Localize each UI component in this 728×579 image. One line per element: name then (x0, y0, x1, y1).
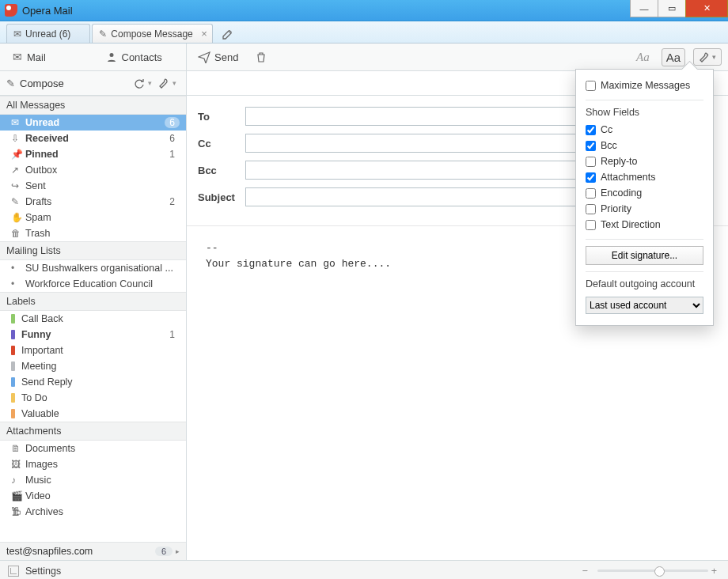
sidebar-item-video[interactable]: 🎬Video (0, 488, 186, 504)
sidebar-item-images[interactable]: 🖼Images (0, 456, 186, 472)
sidebar-item-meeting[interactable]: Meeting (0, 358, 186, 374)
maximize-messages-option[interactable]: Maximize Messages (586, 78, 703, 93)
checkbox-cc[interactable] (586, 125, 596, 135)
font-style-sans-button[interactable]: Aa (662, 48, 685, 66)
checkbox-bcc[interactable] (586, 141, 596, 151)
compose-content: To Cc Bcc Subject -- Your signature can … (187, 96, 728, 560)
refresh-button[interactable] (131, 78, 155, 89)
show-field-attachments[interactable]: Attachments (586, 169, 703, 185)
sidebar-item-valuable[interactable]: Valuable (0, 406, 186, 422)
maximize-checkbox[interactable] (586, 81, 596, 91)
tab-compose[interactable]: ✎ Compose Message × (92, 24, 212, 43)
tools-button[interactable] (155, 78, 180, 89)
item-label: Workforce Education Council (25, 278, 180, 290)
option-label: Attachments (601, 172, 655, 183)
item-label: Send Reply (21, 377, 180, 388)
subject-label: Subject (198, 191, 245, 203)
sidebar-item-trash[interactable]: 🗑Trash (0, 225, 186, 241)
item-icon: • (11, 263, 25, 274)
svg-point-0 (109, 53, 113, 57)
panel-toggle-icon[interactable] (8, 566, 19, 577)
chevron-right-icon: ▸ (176, 547, 180, 555)
compose-icon: ✎ (99, 28, 107, 40)
checkbox-textdir[interactable] (586, 220, 596, 230)
compose-options-button[interactable]: ▾ (693, 48, 722, 66)
sidebar-item-to-do[interactable]: To Do (0, 390, 186, 406)
checkbox-priority[interactable] (586, 204, 596, 214)
tab-unread[interactable]: ✉ Unread (6) (6, 24, 90, 43)
sidebar-item-outbox[interactable]: ↗Outbox (0, 162, 186, 178)
item-label: Documents (25, 443, 180, 454)
zoom-out-button[interactable]: − (578, 566, 590, 577)
sidebar-item-su-bushwalkers-organisational-[interactable]: •SU Bushwalkers organisational ... (0, 260, 186, 276)
item-label: Spam (25, 212, 180, 223)
edit-signature-button[interactable]: Edit signature... (586, 246, 703, 265)
settings-link[interactable]: Settings (25, 566, 61, 577)
sidebar-compose-bar: ✎ Compose (0, 71, 187, 95)
sidebar-item-sent[interactable]: ↪Sent (0, 178, 186, 194)
show-field-replyto[interactable]: Reply-to (586, 153, 703, 169)
sidebar-item-pinned[interactable]: 📌Pinned1 (0, 146, 186, 162)
account-row[interactable]: test@snapfiles.com 6 ▸ (0, 542, 186, 560)
sidebar-item-archives[interactable]: 🗜Archives (0, 504, 186, 520)
cc-input[interactable] (245, 134, 593, 153)
section-mailing-lists[interactable]: Mailing Lists (0, 241, 186, 260)
item-icon: ✎ (11, 196, 25, 207)
sidebar-item-call-back[interactable]: Call Back (0, 311, 186, 327)
zoom-slider[interactable] (597, 570, 708, 572)
sidebar-item-funny[interactable]: Funny1 (0, 327, 186, 342)
sidebar-item-unread[interactable]: ✉Unread6 (0, 115, 186, 131)
checkbox-replyto[interactable] (586, 157, 596, 167)
checkbox-attachments[interactable] (586, 172, 596, 183)
new-compose-button[interactable] (219, 25, 237, 43)
tab-label: Compose Message (111, 28, 192, 40)
to-input[interactable] (245, 107, 593, 126)
mail-tab[interactable]: ✉ Mail (0, 51, 93, 63)
sidebar-item-spam[interactable]: ✋Spam (0, 210, 186, 225)
sidebar-item-important[interactable]: Important (0, 342, 186, 358)
delete-button[interactable] (251, 49, 271, 65)
send-label: Send (214, 51, 238, 63)
sidebar-item-send-reply[interactable]: Send Reply (0, 374, 186, 390)
label-color-swatch (11, 377, 15, 387)
item-icon: 🗎 (11, 443, 25, 454)
section-all-messages[interactable]: All Messages (0, 96, 186, 115)
font-style-serif-button[interactable]: Aa (632, 49, 654, 66)
compose-icon: ✎ (6, 78, 15, 89)
sidebar-item-drafts[interactable]: ✎Drafts2 (0, 194, 186, 210)
window-maximize-button[interactable]: ▭ (658, 0, 686, 17)
sidebar-item-received[interactable]: ⇩Received6 (0, 131, 186, 146)
item-icon: 📌 (11, 149, 25, 160)
send-button[interactable]: Send (193, 48, 243, 66)
sidebar-item-documents[interactable]: 🗎Documents (0, 441, 186, 456)
contacts-tab[interactable]: Contacts (93, 51, 187, 63)
section-labels[interactable]: Labels (0, 292, 186, 311)
subject-input[interactable] (245, 187, 593, 206)
show-field-cc[interactable]: Cc (586, 122, 703, 138)
default-account-select[interactable]: Last used account (586, 297, 703, 314)
checkbox-encoding[interactable] (586, 188, 596, 199)
item-label: Outbox (25, 165, 180, 176)
show-field-priority[interactable]: Priority (586, 201, 703, 217)
tab-close-button[interactable]: × (201, 28, 207, 40)
bcc-input[interactable] (245, 161, 593, 180)
item-label: Unread (25, 117, 165, 128)
default-outgoing-label: Default outgoing account (586, 278, 703, 290)
label-color-swatch (11, 409, 15, 418)
sidebar-item-workforce-education-council[interactable]: •Workforce Education Council (0, 276, 186, 292)
zoom-in-button[interactable]: + (708, 566, 720, 577)
mail-tab-label: Mail (27, 51, 46, 63)
item-label: Important (21, 345, 180, 356)
item-icon: ♪ (11, 475, 25, 486)
show-field-bcc[interactable]: Bcc (586, 138, 703, 153)
sidebar: All Messages ✉Unread6⇩Received6📌Pinned1↗… (0, 96, 187, 560)
show-field-encoding[interactable]: Encoding (586, 185, 703, 201)
window-minimize-button[interactable]: — (630, 0, 658, 17)
show-field-textdir[interactable]: Text Direction (586, 217, 703, 233)
section-attachments[interactable]: Attachments (0, 422, 186, 441)
item-count: 6 (165, 117, 180, 128)
window-close-button[interactable]: ✕ (685, 0, 728, 17)
sidebar-item-music[interactable]: ♪Music (0, 472, 186, 488)
item-icon: ↪ (11, 180, 25, 191)
tabstrip: ✉ Unread (6) ✎ Compose Message × (0, 21, 728, 44)
